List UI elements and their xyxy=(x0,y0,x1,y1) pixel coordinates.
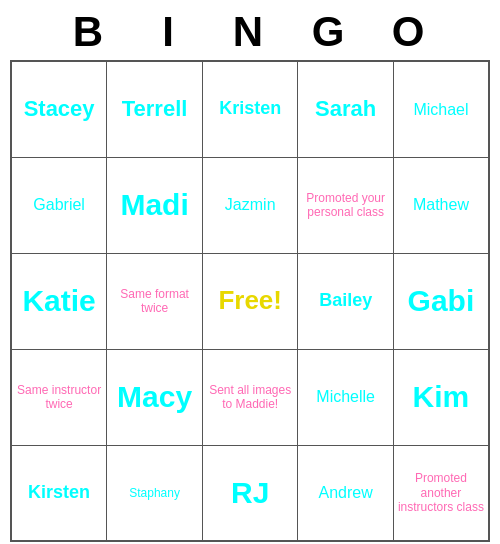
bingo-title: B I N G O xyxy=(10,0,490,60)
cell-r1-c1: Madi xyxy=(107,157,203,253)
cell-r4-c0: Kirsten xyxy=(11,445,107,541)
letter-n: N xyxy=(210,8,290,56)
cell-r1-c4: Mathew xyxy=(393,157,489,253)
cell-r4-c2: RJ xyxy=(202,445,298,541)
cell-r0-c0: Stacey xyxy=(11,61,107,157)
cell-r0-c2: Kristen xyxy=(202,61,298,157)
cell-r4-c1: Staphany xyxy=(107,445,203,541)
cell-r1-c0: Gabriel xyxy=(11,157,107,253)
cell-r1-c3: Promoted your personal class xyxy=(298,157,393,253)
cell-r0-c4: Michael xyxy=(393,61,489,157)
letter-i: I xyxy=(130,8,210,56)
cell-r2-c2: Free! xyxy=(202,253,298,349)
bingo-grid: StaceyTerrellKristenSarahMichaelGabrielM… xyxy=(10,60,490,542)
cell-r2-c4: Gabi xyxy=(393,253,489,349)
cell-r4-c3: Andrew xyxy=(298,445,393,541)
cell-r0-c1: Terrell xyxy=(107,61,203,157)
cell-r4-c4: Promoted another instructors class xyxy=(393,445,489,541)
letter-o: O xyxy=(370,8,450,56)
cell-r3-c2: Sent all images to Maddie! xyxy=(202,349,298,445)
cell-r2-c0: Katie xyxy=(11,253,107,349)
cell-r2-c1: Same format twice xyxy=(107,253,203,349)
cell-r2-c3: Bailey xyxy=(298,253,393,349)
letter-g: G xyxy=(290,8,370,56)
cell-r1-c2: Jazmin xyxy=(202,157,298,253)
cell-r3-c1: Macy xyxy=(107,349,203,445)
cell-r0-c3: Sarah xyxy=(298,61,393,157)
cell-r3-c4: Kim xyxy=(393,349,489,445)
letter-b: B xyxy=(50,8,130,56)
cell-r3-c0: Same instructor twice xyxy=(11,349,107,445)
cell-r3-c3: Michelle xyxy=(298,349,393,445)
